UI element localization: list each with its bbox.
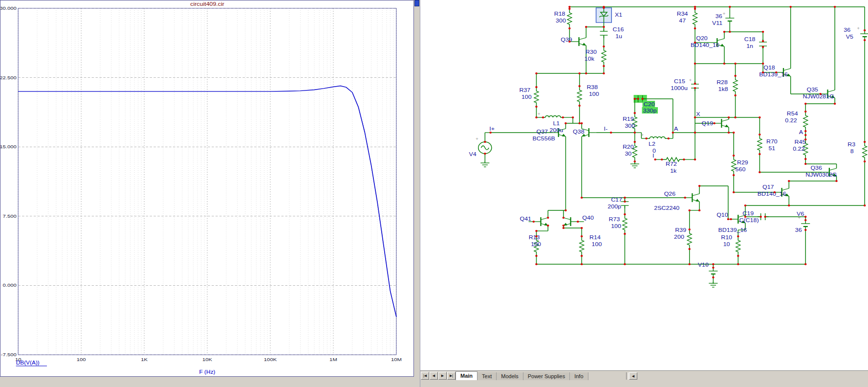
- svg-text:C19: C19: [742, 210, 754, 216]
- titlebar-sliver: [414, 0, 419, 6]
- svg-text:A: A: [674, 126, 678, 132]
- svg-text:I-: I-: [604, 126, 608, 132]
- tab-nav-last-button[interactable]: ▶|: [447, 372, 456, 380]
- tab-text[interactable]: Text: [477, 372, 497, 380]
- svg-text:C18: C18: [744, 36, 756, 42]
- svg-text:36: 36: [844, 27, 850, 33]
- svg-text:10M: 10M: [391, 357, 402, 362]
- svg-text:Q37: Q37: [536, 129, 548, 135]
- comp-R28[interactable]: [733, 76, 738, 95]
- grid-major-v: [18, 8, 396, 355]
- schematic-labels[interactable]: R18300X1C161uR344736V11Q39R3010kQ20BD140…: [469, 11, 856, 268]
- svg-text:Q10: Q10: [716, 212, 728, 218]
- tab-nav-prev-button[interactable]: ◀: [430, 372, 438, 380]
- svg-text:X: X: [696, 111, 700, 117]
- svg-text:10: 10: [723, 241, 730, 247]
- comp-V5[interactable]: [860, 30, 868, 40]
- svg-text:100: 100: [592, 241, 602, 247]
- svg-text:BC556B: BC556B: [533, 136, 555, 141]
- tab-power-supplies[interactable]: Power Supplies: [523, 372, 570, 380]
- comp-R18[interactable]: [567, 9, 572, 28]
- svg-text:100: 100: [589, 91, 599, 97]
- comp-GND3[interactable]: [709, 282, 717, 287]
- svg-text:47: 47: [679, 18, 686, 23]
- svg-text:7.500: 7.500: [3, 213, 17, 218]
- svg-text:BD139_16: BD139_16: [718, 227, 747, 233]
- svg-text:+: +: [798, 215, 801, 220]
- svg-text:R38: R38: [586, 84, 598, 90]
- svg-text:Q41: Q41: [520, 216, 532, 222]
- comp-V10[interactable]: [709, 268, 717, 277]
- svg-text:51: 51: [768, 145, 775, 151]
- comp-R37[interactable]: [534, 87, 539, 107]
- svg-text:V5: V5: [846, 34, 854, 40]
- comp-X1[interactable]: [596, 8, 612, 23]
- svg-text:R28: R28: [716, 79, 728, 85]
- svg-text:1u: 1u: [615, 33, 622, 39]
- axis-tick-labels: 30.00022.50015.0007.5000.000-7.500101001…: [0, 5, 402, 362]
- plot-title: circuit409.cir: [190, 1, 224, 7]
- tab-models[interactable]: Models: [497, 372, 523, 380]
- svg-text:36: 36: [716, 13, 722, 19]
- tabbar-filler: [420, 380, 868, 387]
- grid-minor: [37, 8, 393, 355]
- comp-Q26[interactable]: [685, 193, 699, 202]
- svg-text:+: +: [857, 26, 860, 31]
- comp-R54[interactable]: [803, 112, 808, 131]
- svg-text:1K: 1K: [141, 357, 148, 362]
- comp-GND1[interactable]: [480, 161, 489, 167]
- comp-C19[interactable]: [758, 213, 769, 220]
- svg-text:C20: C20: [644, 101, 655, 107]
- svg-text:R72: R72: [666, 161, 677, 167]
- comp-C16[interactable]: [600, 28, 608, 38]
- svg-text:Q35: Q35: [806, 87, 818, 92]
- svg-text:BD140_16: BD140_16: [758, 191, 786, 197]
- comp-Q19[interactable]: [715, 119, 729, 128]
- comp-Q40[interactable]: [564, 217, 578, 226]
- svg-text:C16: C16: [613, 26, 624, 32]
- tab-nav-first-button[interactable]: |◀: [421, 372, 429, 380]
- comp-Q39[interactable]: [572, 37, 586, 46]
- comp-R70[interactable]: [758, 135, 762, 154]
- comp-R3[interactable]: [863, 142, 867, 161]
- tab-nav-next-button[interactable]: ▶: [438, 372, 447, 380]
- svg-text:+: +: [538, 112, 541, 116]
- plot-legend[interactable]: DB(V(A)): [16, 360, 40, 365]
- svg-text:A: A: [799, 129, 803, 135]
- comp-Q41[interactable]: [534, 217, 548, 226]
- tab-main[interactable]: Main: [456, 371, 477, 380]
- comp-R14[interactable]: [580, 236, 584, 256]
- svg-text:Q17: Q17: [762, 184, 774, 190]
- comp-R73[interactable]: [623, 214, 627, 234]
- comp-V6[interactable]: [801, 220, 810, 230]
- comp-V4[interactable]: [478, 142, 492, 154]
- bode-plot-canvas[interactable]: 30.00022.50015.0007.5000.000-7.500101001…: [0, 0, 413, 376]
- comp-R29[interactable]: [732, 156, 736, 175]
- comp-R34[interactable]: [693, 9, 697, 28]
- svg-text:100: 100: [521, 94, 532, 100]
- svg-text:1k: 1k: [670, 168, 676, 174]
- svg-text:+: +: [705, 263, 708, 268]
- svg-text:R20: R20: [623, 144, 634, 150]
- tabbar-splitter[interactable]: [626, 372, 629, 380]
- comp-R30[interactable]: [602, 46, 606, 66]
- svg-text:R39: R39: [675, 227, 686, 233]
- svg-text:C(C18): C(C18): [739, 217, 759, 223]
- comp-L1[interactable]: [542, 116, 564, 117]
- tab-info[interactable]: Info: [570, 372, 588, 380]
- comp-L2[interactable]: [647, 137, 669, 139]
- svg-text:V11: V11: [712, 20, 722, 26]
- analysis-plot-window: 30.00022.50015.0007.5000.000-7.500101001…: [0, 0, 414, 377]
- svg-text:R3: R3: [847, 141, 855, 147]
- svg-text:R34: R34: [677, 11, 688, 17]
- tabbar-scroll-left-button[interactable]: ◀: [629, 372, 637, 380]
- comp-R39[interactable]: [687, 229, 692, 249]
- schematic-canvas[interactable]: R18300X1C161uR344736V11Q39R3010kQ20BD140…: [420, 0, 868, 370]
- svg-text:200u: 200u: [550, 127, 564, 133]
- comp-R38[interactable]: [577, 86, 582, 106]
- comp-R10[interactable]: [736, 236, 740, 256]
- svg-text:R10: R10: [721, 234, 732, 240]
- svg-text:+: +: [641, 133, 644, 137]
- comp-GND2[interactable]: [630, 162, 639, 168]
- comp-V11[interactable]: [725, 15, 734, 24]
